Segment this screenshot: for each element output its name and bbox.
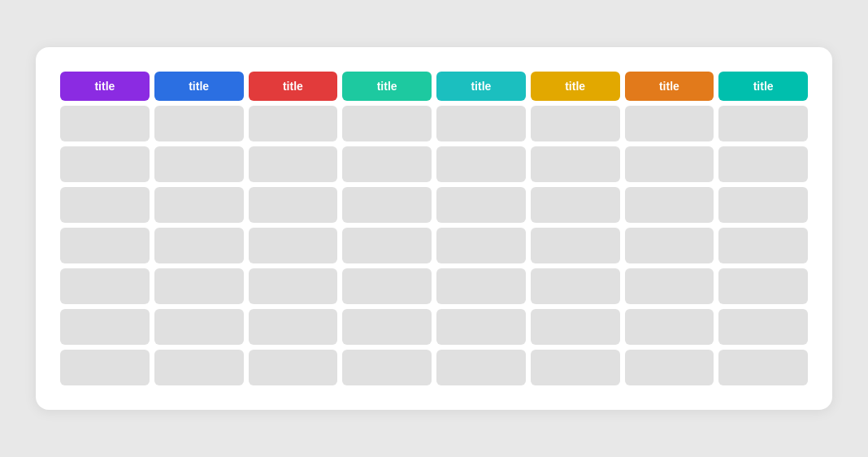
- data-cell-row4-col1: [60, 228, 150, 263]
- data-cell-row4-col5: [436, 228, 526, 263]
- header-cell-4: title: [342, 72, 432, 101]
- data-cell-row2-col8: [718, 146, 808, 182]
- data-cell-row6-col1: [60, 309, 150, 345]
- data-cell-row1-col5: [436, 106, 526, 141]
- data-cell-row1-col1: [60, 106, 150, 141]
- data-cell-row4-col7: [625, 228, 714, 263]
- data-cell-row6-col4: [342, 309, 432, 345]
- data-cell-row6-col6: [531, 309, 620, 345]
- data-cell-row6-col5: [436, 309, 526, 345]
- header-cell-7: title: [625, 72, 714, 101]
- data-cell-row3-col3: [249, 187, 338, 223]
- data-cell-row2-col1: [60, 146, 150, 182]
- data-cell-row2-col5: [436, 146, 526, 182]
- data-cell-row3-col2: [154, 187, 244, 223]
- data-cell-row1-col7: [625, 106, 714, 141]
- data-cell-row1-col3: [249, 106, 338, 141]
- data-cell-row5-col5: [436, 268, 526, 304]
- data-cell-row6-col3: [249, 309, 338, 345]
- data-cell-row2-col4: [342, 146, 432, 182]
- data-cell-row2-col7: [625, 146, 714, 182]
- data-cell-row5-col7: [625, 268, 714, 304]
- header-cell-5: title: [436, 72, 526, 101]
- data-cell-row3-col8: [718, 187, 808, 223]
- data-cell-row7-col1: [60, 350, 150, 385]
- data-cell-row5-col3: [249, 268, 338, 304]
- data-cell-row3-col5: [436, 187, 526, 223]
- data-cell-row7-col6: [531, 350, 620, 385]
- data-cell-row3-col4: [342, 187, 432, 223]
- header-cell-8: title: [718, 72, 808, 101]
- data-cell-row5-col8: [718, 268, 808, 304]
- data-cell-row3-col7: [625, 187, 714, 223]
- data-cell-row7-col7: [625, 350, 714, 385]
- data-cell-row4-col3: [249, 228, 338, 263]
- data-cell-row4-col8: [718, 228, 808, 263]
- header-cell-3: title: [249, 72, 338, 101]
- main-card: titletitletitletitletitletitletitletitle: [36, 47, 832, 410]
- header-cell-6: title: [531, 72, 620, 101]
- data-cell-row5-col6: [531, 268, 620, 304]
- data-cell-row6-col7: [625, 309, 714, 345]
- data-cell-row1-col4: [342, 106, 432, 141]
- data-cell-row7-col5: [436, 350, 526, 385]
- header-cell-1: title: [60, 72, 150, 101]
- data-cell-row6-col2: [154, 309, 244, 345]
- data-cell-row7-col3: [249, 350, 338, 385]
- data-cell-row5-col1: [60, 268, 150, 304]
- data-cell-row7-col8: [718, 350, 808, 385]
- data-cell-row4-col2: [154, 228, 244, 263]
- data-cell-row2-col2: [154, 146, 244, 182]
- data-cell-row2-col3: [249, 146, 338, 182]
- data-cell-row4-col4: [342, 228, 432, 263]
- data-cell-row7-col4: [342, 350, 432, 385]
- data-cell-row5-col4: [342, 268, 432, 304]
- data-cell-row1-col8: [718, 106, 808, 141]
- table-grid: titletitletitletitletitletitletitletitle: [60, 72, 808, 385]
- data-cell-row2-col6: [531, 146, 620, 182]
- data-cell-row4-col6: [531, 228, 620, 263]
- data-cell-row6-col8: [718, 309, 808, 345]
- data-cell-row1-col6: [531, 106, 620, 141]
- data-cell-row1-col2: [154, 106, 244, 141]
- data-cell-row3-col1: [60, 187, 150, 223]
- header-cell-2: title: [154, 72, 244, 101]
- table-container: titletitletitletitletitletitletitletitle: [60, 72, 808, 385]
- data-cell-row7-col2: [154, 350, 244, 385]
- data-cell-row3-col6: [531, 187, 620, 223]
- data-cell-row5-col2: [154, 268, 244, 304]
